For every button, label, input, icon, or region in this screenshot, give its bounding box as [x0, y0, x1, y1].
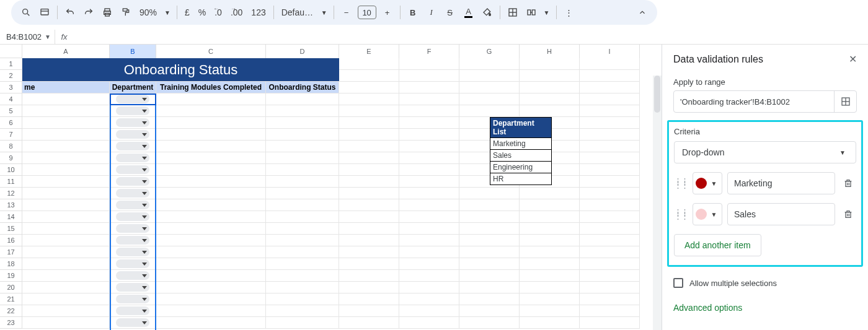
increase-font-button[interactable]: + — [379, 4, 396, 21]
dropdown-chip[interactable] — [116, 130, 149, 139]
row-header[interactable]: 11 — [0, 176, 22, 188]
cell[interactable] — [339, 93, 399, 105]
cell[interactable] — [520, 93, 580, 105]
chevron-down-icon[interactable]: ▼ — [319, 9, 330, 16]
item-color-picker[interactable]: ▼ — [693, 203, 722, 225]
cell[interactable] — [459, 211, 520, 223]
cell[interactable] — [110, 129, 156, 141]
cell[interactable] — [399, 293, 459, 305]
row-header[interactable]: 21 — [0, 293, 22, 305]
cell[interactable] — [520, 270, 580, 282]
dropdown-chip[interactable] — [116, 248, 149, 256]
cell[interactable] — [156, 129, 266, 141]
cell[interactable] — [580, 129, 640, 141]
column-header-E[interactable]: E — [339, 45, 399, 58]
close-icon[interactable]: ✕ — [849, 53, 857, 65]
column-header-F[interactable]: F — [399, 45, 459, 58]
cell[interactable] — [266, 305, 339, 317]
cell[interactable] — [580, 152, 640, 164]
cell[interactable] — [339, 293, 399, 305]
cell[interactable] — [266, 176, 339, 188]
cell[interactable] — [156, 93, 266, 105]
cell[interactable] — [156, 117, 266, 129]
cell[interactable] — [110, 282, 156, 293]
cell[interactable] — [399, 117, 459, 129]
decrease-decimal-button[interactable]: .0← — [211, 7, 226, 17]
fill-color-button[interactable] — [479, 4, 496, 21]
cell[interactable] — [459, 317, 520, 329]
cell[interactable] — [459, 246, 520, 258]
cell[interactable] — [459, 188, 520, 199]
dropdown-chip[interactable] — [116, 259, 149, 268]
cell[interactable] — [110, 317, 156, 329]
font-size-input[interactable]: 10 — [358, 6, 376, 19]
cell[interactable] — [580, 58, 640, 70]
add-item-button[interactable]: Add another item — [674, 234, 761, 256]
cell[interactable] — [580, 70, 640, 82]
cell[interactable] — [339, 211, 399, 223]
cell[interactable] — [156, 188, 266, 199]
cell[interactable] — [339, 141, 399, 152]
cell[interactable] — [156, 223, 266, 235]
cell[interactable] — [580, 293, 640, 305]
cell[interactable] — [459, 58, 520, 70]
undo-icon[interactable] — [61, 4, 79, 21]
advanced-options-button[interactable]: Advanced options — [662, 294, 868, 321]
cell[interactable] — [459, 270, 520, 282]
cell[interactable] — [399, 211, 459, 223]
cell[interactable] — [156, 152, 266, 164]
cell[interactable] — [459, 282, 520, 293]
row-header[interactable]: 14 — [0, 211, 22, 223]
cell[interactable] — [520, 293, 580, 305]
cell[interactable] — [22, 246, 110, 258]
cell[interactable] — [580, 164, 640, 176]
cell[interactable] — [339, 70, 399, 82]
italic-button[interactable]: I — [423, 4, 440, 21]
cell[interactable] — [399, 282, 459, 293]
cell[interactable] — [110, 246, 156, 258]
cell[interactable] — [22, 141, 110, 152]
cell[interactable] — [580, 141, 640, 152]
cell[interactable] — [156, 258, 266, 270]
drag-handle-icon[interactable]: ⋮⋮⋮⋮ — [674, 211, 688, 218]
cell[interactable] — [520, 246, 580, 258]
cell[interactable] — [399, 246, 459, 258]
cell[interactable] — [339, 105, 399, 117]
cell[interactable] — [22, 199, 110, 211]
row-header[interactable]: 1 — [0, 58, 22, 70]
row-header[interactable]: 7 — [0, 129, 22, 141]
cell[interactable] — [459, 82, 520, 93]
cell[interactable] — [399, 82, 459, 93]
dropdown-chip[interactable] — [116, 142, 149, 150]
row-header[interactable]: 12 — [0, 188, 22, 199]
cell[interactable] — [520, 199, 580, 211]
cell[interactable] — [520, 58, 580, 70]
dropdown-chip[interactable] — [116, 165, 149, 174]
cell[interactable] — [399, 258, 459, 270]
cell[interactable] — [399, 270, 459, 282]
cell[interactable] — [266, 152, 339, 164]
dropdown-chip[interactable] — [116, 271, 149, 280]
cell[interactable] — [399, 93, 459, 105]
row-header[interactable]: 16 — [0, 235, 22, 246]
cell[interactable] — [459, 305, 520, 317]
print-icon[interactable] — [99, 4, 116, 21]
dropdown-chip[interactable] — [116, 212, 149, 221]
cell[interactable] — [266, 258, 339, 270]
dropdown-chip[interactable] — [116, 295, 149, 303]
cell[interactable] — [110, 305, 156, 317]
cell[interactable] — [459, 105, 520, 117]
percent-button[interactable]: % — [195, 7, 210, 17]
cell[interactable] — [399, 317, 459, 329]
cell[interactable] — [266, 117, 339, 129]
cell[interactable] — [580, 258, 640, 270]
cell[interactable] — [266, 246, 339, 258]
dropdown-chip[interactable] — [116, 318, 149, 327]
chevron-down-icon[interactable]: ▼ — [541, 9, 552, 16]
vertical-scrollbar[interactable] — [653, 76, 662, 330]
cell[interactable] — [339, 223, 399, 235]
cell[interactable] — [22, 117, 110, 129]
cell[interactable] — [520, 82, 580, 93]
row-header[interactable]: 9 — [0, 152, 22, 164]
paint-format-icon[interactable] — [117, 4, 135, 21]
